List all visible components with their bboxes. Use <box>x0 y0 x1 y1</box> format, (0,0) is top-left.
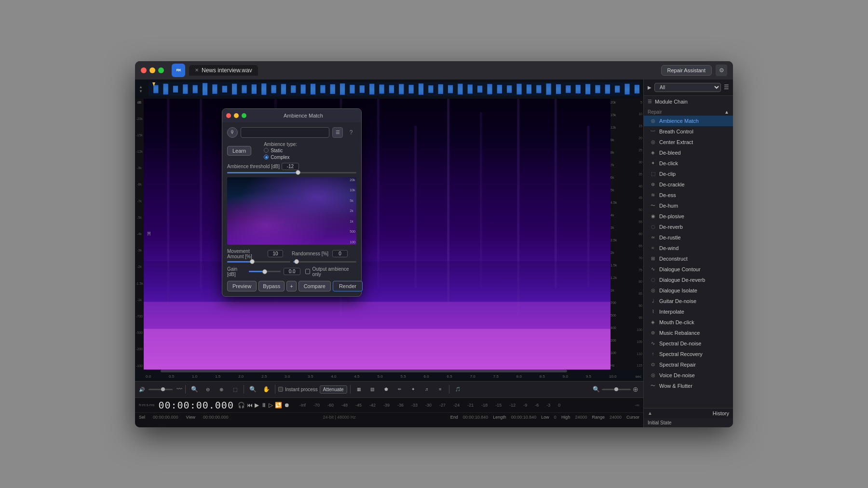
dialog-menu-button[interactable]: ☰ <box>332 127 343 138</box>
plugin-voice-de-noise[interactable]: ◎ Voice De-noise <box>644 370 733 381</box>
brush-tool-button[interactable]: ✏ <box>394 383 406 395</box>
output-ambience-check[interactable]: Output ambience only <box>305 266 356 277</box>
harmonic-selection-button[interactable]: ♬ <box>421 383 433 395</box>
close-button[interactable] <box>141 67 147 73</box>
attenuate-dropdown[interactable]: Attenuate <box>320 385 347 394</box>
plugin-de-rustle[interactable]: ≃ De-rustle <box>644 232 733 243</box>
randomness-value[interactable]: 0 <box>332 250 348 257</box>
zoom-out-icon[interactable]: 🔍 <box>592 385 601 394</box>
dialog-minimize-button[interactable] <box>234 113 239 118</box>
select-time-button[interactable]: ▦ <box>353 383 365 395</box>
repair-assistant-button[interactable]: Repair Assistant <box>661 65 712 76</box>
compare-button[interactable]: Compare <box>298 281 331 291</box>
threshold-value[interactable]: -12 <box>282 163 299 170</box>
radio-complex[interactable]: Complex <box>264 155 297 160</box>
dialog-preset-dropdown[interactable] <box>241 127 329 138</box>
dialog-close-button[interactable] <box>226 113 231 118</box>
gain-slider[interactable] <box>249 271 281 272</box>
plugin-guitar-de-noise[interactable]: ♩ Guitar De-noise <box>644 296 733 306</box>
zoom-out-time-button[interactable]: ⊖ <box>202 383 214 395</box>
return-to-start-button[interactable]: ⏮ <box>247 402 253 409</box>
plugin-de-plosive[interactable]: ◉ De-plosive <box>644 211 733 222</box>
horizontal-scrollbar[interactable] <box>135 369 643 372</box>
file-tab[interactable]: ✕ News interview.wav <box>189 65 258 76</box>
instant-process-checkbox[interactable] <box>278 387 283 392</box>
plugin-dialogue-contour[interactable]: ∿ Dialogue Contour <box>644 264 733 275</box>
pan-tool-button[interactable]: ✋ <box>260 383 272 395</box>
bypass-button[interactable]: Bypass <box>258 281 285 291</box>
threshold-slider[interactable] <box>227 172 356 173</box>
play-button[interactable]: ▶ <box>255 402 259 409</box>
plugin-dialogue-isolate[interactable]: ◎ Dialogue Isolate <box>644 285 733 296</box>
plugin-spectral-recovery[interactable]: ↑ Spectral Recovery <box>644 349 733 359</box>
select-freq-button[interactable]: ▧ <box>367 383 379 395</box>
waveform-overview-bar[interactable] <box>149 82 639 96</box>
panel-menu-icon[interactable]: ☰ <box>724 84 729 91</box>
radio-complex-dot[interactable] <box>264 155 269 159</box>
fullscreen-button[interactable] <box>158 67 164 73</box>
radio-static[interactable]: Static <box>264 148 297 153</box>
plugin-spectral-de-noise[interactable]: ∿ Spectral De-noise <box>644 338 733 349</box>
plus-button[interactable]: + <box>286 281 296 291</box>
instant-process-toggle[interactable]: Instant process <box>278 387 318 392</box>
movement-slider[interactable] <box>227 261 290 263</box>
settings-icon[interactable]: ⚙ <box>716 65 727 76</box>
plugin-de-click[interactable]: ✦ De-click <box>644 158 733 169</box>
plugin-de-clip[interactable]: ⬚ De-clip <box>644 169 733 179</box>
plugin-breath-control[interactable]: 〰 Breath Control <box>644 126 733 137</box>
repair-arrow-icon[interactable]: ▲ <box>724 109 729 115</box>
piano-tool-button[interactable]: 🎵 <box>452 383 464 395</box>
output-ambience-checkbox[interactable] <box>305 269 310 274</box>
play-selection-button[interactable]: ▷ <box>269 402 273 409</box>
movement-value[interactable]: 10 <box>268 250 283 257</box>
learn-button[interactable]: Learn <box>227 146 251 156</box>
minimize-button[interactable] <box>149 67 155 73</box>
render-button[interactable]: Render <box>333 281 363 291</box>
volume-thumb[interactable] <box>161 387 165 391</box>
tab-close-icon[interactable]: ✕ <box>195 67 199 73</box>
plugin-de-bleed[interactable]: ◈ De-bleed <box>644 147 733 158</box>
scrollbar-thumb[interactable] <box>161 369 567 372</box>
plugin-de-ess[interactable]: ≋ De-ess <box>644 190 733 200</box>
tl-unit: sec <box>635 374 641 379</box>
zoom-selection-button[interactable]: ⬚ <box>229 383 241 395</box>
pause-button[interactable]: ⏸ <box>261 402 267 409</box>
dialog-help-button[interactable]: ? <box>346 127 356 138</box>
plugin-wow-flutter[interactable]: 〜 Wow & Flutter <box>644 381 733 391</box>
preview-button[interactable]: Preview <box>227 281 257 291</box>
plugin-de-wind[interactable]: ≈ De-wind <box>644 243 733 253</box>
loop-button[interactable]: 🔁 <box>275 402 282 409</box>
plugin-mouth-de-click[interactable]: ◈ Mouth De-click <box>644 317 733 328</box>
zoom-freq-button[interactable]: 🔍 <box>247 383 258 395</box>
volume-slider[interactable] <box>149 389 173 390</box>
zoom-slider[interactable] <box>602 389 631 390</box>
freq-val-12: -1k <box>137 298 142 302</box>
dialog-mic-button[interactable]: 🎙 <box>227 127 238 138</box>
gain-value[interactable]: 0.0 <box>284 268 300 275</box>
plugin-ambience-match[interactable]: ◎ Ambience Match <box>644 116 733 126</box>
plugin-interpolate[interactable]: ⌇ Interpolate <box>644 306 733 317</box>
plugin-de-crackle[interactable]: ⊛ De-crackle <box>644 179 733 190</box>
magic-wand-button[interactable]: ✦ <box>407 383 419 395</box>
pencil-tool-button[interactable]: ≡ <box>434 383 446 395</box>
radio-static-dot[interactable] <box>264 148 269 153</box>
randomness-slider[interactable] <box>293 261 356 263</box>
history-initial-state[interactable]: Initial State <box>644 418 733 427</box>
dialog-fullscreen-button[interactable] <box>242 113 246 118</box>
zoom-in-time-button[interactable]: 🔍 <box>189 383 200 395</box>
lasso-tool-button[interactable]: ⬟ <box>380 383 392 395</box>
plugin-de-hum[interactable]: 〜 De-hum <box>644 200 733 211</box>
plugin-deconstruct-label: Deconstruct <box>659 256 688 262</box>
plugin-dialogue-de-reverb[interactable]: ◌ Dialogue De-reverb <box>644 275 733 285</box>
record-button[interactable]: ⏺ <box>284 402 290 409</box>
plugin-center-extract[interactable]: ◎ Center Extract <box>644 137 733 147</box>
module-chain-item[interactable]: ☰ Module Chain <box>644 96 733 107</box>
zoom-fit-button[interactable]: ⊕ <box>216 383 227 395</box>
plugin-music-rebalance[interactable]: ⊜ Music Rebalance <box>644 328 733 338</box>
plugin-spectral-repair[interactable]: ⊙ Spectral Repair <box>644 359 733 370</box>
plugin-deconstruct[interactable]: ⊞ Deconstruct <box>644 253 733 264</box>
panel-filter-dropdown[interactable]: All <box>654 83 721 92</box>
spectrogram-main[interactable]: M <box>144 99 610 369</box>
plugin-de-reverb[interactable]: ◌ De-reverb <box>644 222 733 232</box>
zoom-in-icon[interactable]: ⊕ <box>632 384 639 394</box>
